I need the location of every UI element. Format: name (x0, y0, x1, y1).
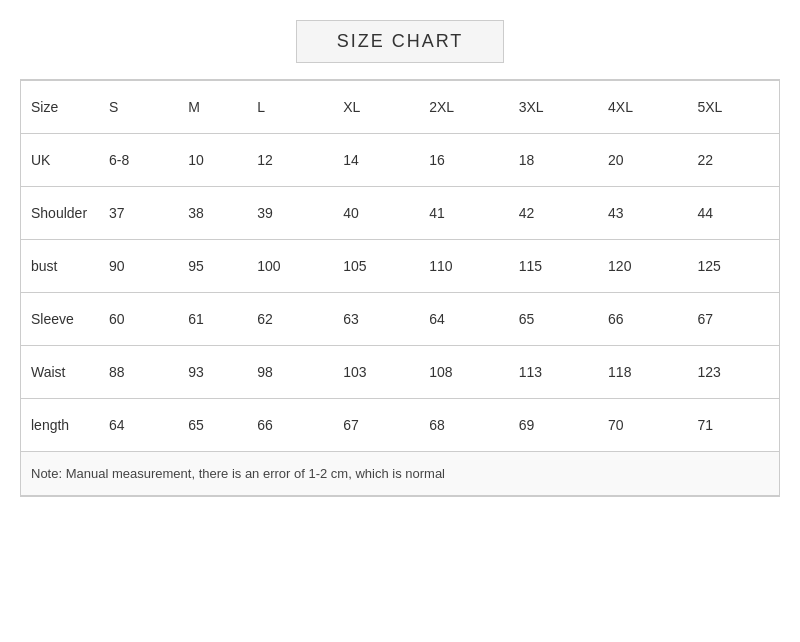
cell-value: 65 (180, 399, 249, 452)
cell-value: 118 (600, 346, 689, 399)
cell-value: 62 (249, 293, 335, 346)
cell-value: 39 (249, 187, 335, 240)
cell-value: 67 (335, 399, 421, 452)
row-label: Sleeve (21, 293, 101, 346)
cell-value: 18 (511, 134, 600, 187)
cell-value: 61 (180, 293, 249, 346)
cell-value: 100 (249, 240, 335, 293)
cell-value: 37 (101, 187, 180, 240)
cell-value: XL (335, 81, 421, 134)
cell-value: 64 (421, 293, 510, 346)
cell-value: 105 (335, 240, 421, 293)
cell-value: 120 (600, 240, 689, 293)
cell-value: 103 (335, 346, 421, 399)
cell-value: M (180, 81, 249, 134)
cell-value: 40 (335, 187, 421, 240)
cell-value: 16 (421, 134, 510, 187)
cell-value: 90 (101, 240, 180, 293)
cell-value: 6-8 (101, 134, 180, 187)
table-row: Shoulder3738394041424344 (21, 187, 779, 240)
cell-value: 95 (180, 240, 249, 293)
cell-value: 22 (690, 134, 780, 187)
cell-value: 66 (249, 399, 335, 452)
row-label: Waist (21, 346, 101, 399)
cell-value: 71 (690, 399, 780, 452)
table-wrapper: SizeSMLXL2XL3XL4XL5XLUK6-810121416182022… (20, 79, 780, 497)
cell-value: 43 (600, 187, 689, 240)
size-chart-container: SIZE CHART SizeSMLXL2XL3XL4XL5XLUK6-8101… (20, 20, 780, 497)
size-table: SizeSMLXL2XL3XL4XL5XLUK6-810121416182022… (21, 80, 779, 496)
cell-value: 113 (511, 346, 600, 399)
row-label: length (21, 399, 101, 452)
cell-value: 2XL (421, 81, 510, 134)
table-row: length6465666768697071 (21, 399, 779, 452)
row-label: bust (21, 240, 101, 293)
cell-value: 108 (421, 346, 510, 399)
cell-value: 44 (690, 187, 780, 240)
row-label: UK (21, 134, 101, 187)
cell-value: 65 (511, 293, 600, 346)
cell-value: 88 (101, 346, 180, 399)
cell-value: 70 (600, 399, 689, 452)
cell-value: 69 (511, 399, 600, 452)
cell-value: 123 (690, 346, 780, 399)
cell-value: 125 (690, 240, 780, 293)
cell-value: 110 (421, 240, 510, 293)
cell-value: 14 (335, 134, 421, 187)
table-row: UK6-810121416182022 (21, 134, 779, 187)
row-label: Shoulder (21, 187, 101, 240)
chart-title: SIZE CHART (337, 31, 464, 51)
cell-value: 66 (600, 293, 689, 346)
table-row: bust9095100105110115120125 (21, 240, 779, 293)
table-row: Sleeve6061626364656667 (21, 293, 779, 346)
cell-value: 41 (421, 187, 510, 240)
cell-value: 3XL (511, 81, 600, 134)
cell-value: 38 (180, 187, 249, 240)
cell-value: 12 (249, 134, 335, 187)
note-text: Note: Manual measurement, there is an er… (21, 452, 779, 496)
cell-value: 10 (180, 134, 249, 187)
cell-value: 64 (101, 399, 180, 452)
row-label: Size (21, 81, 101, 134)
title-area: SIZE CHART (20, 20, 780, 63)
cell-value: S (101, 81, 180, 134)
cell-value: 5XL (690, 81, 780, 134)
table-row: Waist889398103108113118123 (21, 346, 779, 399)
cell-value: 60 (101, 293, 180, 346)
cell-value: 67 (690, 293, 780, 346)
cell-value: 68 (421, 399, 510, 452)
title-box: SIZE CHART (296, 20, 505, 63)
cell-value: 63 (335, 293, 421, 346)
cell-value: 115 (511, 240, 600, 293)
cell-value: 42 (511, 187, 600, 240)
note-row: Note: Manual measurement, there is an er… (21, 452, 779, 496)
cell-value: 93 (180, 346, 249, 399)
cell-value: L (249, 81, 335, 134)
table-row: SizeSMLXL2XL3XL4XL5XL (21, 81, 779, 134)
cell-value: 98 (249, 346, 335, 399)
cell-value: 20 (600, 134, 689, 187)
cell-value: 4XL (600, 81, 689, 134)
